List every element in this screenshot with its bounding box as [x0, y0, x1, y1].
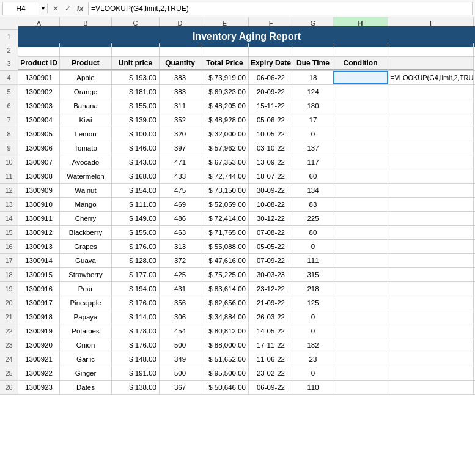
- cell-product[interactable]: Walnut: [60, 184, 112, 197]
- cell-condition[interactable]: [333, 85, 388, 99]
- table-row[interactable]: 8 1300905 Lemon $ 100.00 320 $ 32,000.00…: [0, 127, 475, 141]
- cell-expiry-date[interactable]: 30-12-22: [249, 212, 293, 225]
- cell-quantity[interactable]: 486: [160, 212, 201, 225]
- table-row[interactable]: 11 1300908 Watermelon $ 168.00 433 $ 72,…: [0, 169, 475, 184]
- cell-quantity[interactable]: 471: [160, 155, 201, 169]
- cell-due-time[interactable]: 0: [293, 310, 333, 324]
- header-product[interactable]: Product: [60, 57, 112, 70]
- cell-total-price[interactable]: $ 75,225.00: [201, 268, 249, 281]
- cell-total-price[interactable]: $ 62,656.00: [201, 296, 249, 310]
- cell-unit-price[interactable]: $ 128.00: [112, 254, 160, 267]
- table-row[interactable]: 13 1300910 Mango $ 111.00 469 $ 52,059.0…: [0, 198, 475, 212]
- cell-product-id[interactable]: 1300912: [18, 226, 60, 239]
- table-row[interactable]: 14 1300911 Cherry $ 149.00 486 $ 72,414.…: [0, 212, 475, 226]
- cell-unit-price[interactable]: $ 194.00: [112, 282, 160, 296]
- cell-condition[interactable]: [333, 310, 388, 324]
- cell-expiry-date[interactable]: 20-09-22: [249, 85, 293, 99]
- header-unit-price[interactable]: Unit price: [112, 57, 160, 70]
- cell-product[interactable]: Lemon: [60, 127, 112, 141]
- cell-expiry-date[interactable]: 13-09-22: [249, 155, 293, 169]
- cell-unit-price[interactable]: $ 168.00: [112, 169, 160, 183]
- cell-product-id[interactable]: 1300909: [18, 184, 60, 197]
- cell-total-price[interactable]: $ 88,000.00: [201, 338, 249, 352]
- cell-product-id[interactable]: 1300906: [18, 141, 60, 155]
- cell-quantity[interactable]: 383: [160, 85, 201, 99]
- cell-total-price[interactable]: $ 48,205.00: [201, 99, 249, 113]
- cell-product[interactable]: Mango: [60, 198, 112, 211]
- cell-quantity[interactable]: 356: [160, 296, 201, 310]
- cell-due-time[interactable]: 0: [293, 324, 333, 338]
- cell-due-time[interactable]: 60: [293, 169, 333, 183]
- cell-condition[interactable]: [333, 338, 388, 352]
- header-due-time[interactable]: Due Time: [293, 57, 333, 70]
- table-row[interactable]: 18 1300915 Strawberry $ 177.00 425 $ 75,…: [0, 268, 475, 282]
- cell-unit-price[interactable]: $ 155.00: [112, 99, 160, 113]
- cell-condition[interactable]: [333, 381, 388, 394]
- cell-unit-price[interactable]: $ 148.00: [112, 352, 160, 366]
- cell-total-price[interactable]: $ 48,928.00: [201, 113, 249, 127]
- cell-due-time[interactable]: 0: [293, 127, 333, 141]
- cell-product-id[interactable]: 1300921: [18, 352, 60, 366]
- cell-total-price[interactable]: $ 57,962.00: [201, 141, 249, 155]
- cell-unit-price[interactable]: $ 176.00: [112, 240, 160, 253]
- cell-condition[interactable]: [333, 254, 388, 267]
- cell-due-time[interactable]: 23: [293, 352, 333, 366]
- cell-expiry-date[interactable]: 05-06-22: [249, 113, 293, 127]
- cell-expiry-date[interactable]: 11-06-22: [249, 352, 293, 366]
- cell-product-id[interactable]: 1300923: [18, 381, 60, 394]
- table-row[interactable]: 24 1300921 Garlic $ 148.00 349 $ 51,652.…: [0, 352, 475, 366]
- cell-expiry-date[interactable]: 30-03-23: [249, 268, 293, 281]
- cell-product-id[interactable]: 1300916: [18, 282, 60, 296]
- cell-product[interactable]: Apple: [60, 71, 112, 84]
- cell-quantity[interactable]: 397: [160, 141, 201, 155]
- formula-input[interactable]: [88, 2, 473, 15]
- cell-total-price[interactable]: $ 69,323.00: [201, 85, 249, 99]
- cell-due-time[interactable]: 111: [293, 254, 333, 267]
- header-total-price[interactable]: Total Price: [201, 57, 249, 70]
- cell-unit-price[interactable]: $ 191.00: [112, 366, 160, 380]
- cell-expiry-date[interactable]: 15-11-22: [249, 99, 293, 113]
- cell-expiry-date[interactable]: 03-10-22: [249, 141, 293, 155]
- cell-product[interactable]: Ginger: [60, 366, 112, 380]
- cell-expiry-date[interactable]: 17-11-22: [249, 338, 293, 352]
- table-row[interactable]: 20 1300917 Pineapple $ 176.00 356 $ 62,6…: [0, 296, 475, 310]
- cell-quantity[interactable]: 431: [160, 282, 201, 296]
- table-row[interactable]: 22 1300919 Potatoes $ 178.00 454 $ 80,81…: [0, 324, 475, 338]
- cell-expiry-date[interactable]: 23-12-22: [249, 282, 293, 296]
- cell-condition[interactable]: [333, 198, 388, 211]
- cell-product-id[interactable]: 1300913: [18, 240, 60, 253]
- cell-total-price[interactable]: $ 80,812.00: [201, 324, 249, 338]
- cell-unit-price[interactable]: $ 181.00: [112, 85, 160, 99]
- cell-product-id[interactable]: 1300905: [18, 127, 60, 141]
- cell-condition[interactable]: [333, 282, 388, 296]
- cell-product[interactable]: Kiwi: [60, 113, 112, 127]
- cell-unit-price[interactable]: $ 193.00: [112, 71, 160, 84]
- cell-total-price[interactable]: $ 83,614.00: [201, 282, 249, 296]
- table-row[interactable]: 19 1300916 Pear $ 194.00 431 $ 83,614.00…: [0, 282, 475, 296]
- cell-due-time[interactable]: 137: [293, 141, 333, 155]
- cell-due-time[interactable]: 0: [293, 240, 333, 253]
- cell-product-id[interactable]: 1300907: [18, 155, 60, 169]
- header-expiry-date[interactable]: Expiry Date: [249, 57, 293, 70]
- cell-product[interactable]: Dates: [60, 381, 112, 394]
- cell-total-price[interactable]: $ 72,744.00: [201, 169, 249, 183]
- cell-due-time[interactable]: 0: [293, 366, 333, 380]
- cell-due-time[interactable]: 18: [293, 71, 333, 84]
- cell-expiry-date[interactable]: 05-05-22: [249, 240, 293, 253]
- cell-expiry-date[interactable]: 07-08-22: [249, 226, 293, 239]
- confirm-button[interactable]: ✓: [62, 2, 73, 15]
- cell-unit-price[interactable]: $ 176.00: [112, 296, 160, 310]
- cell-quantity[interactable]: 306: [160, 310, 201, 324]
- cell-unit-price[interactable]: $ 176.00: [112, 338, 160, 352]
- cell-product[interactable]: Papaya: [60, 310, 112, 324]
- cell-condition[interactable]: [333, 127, 388, 141]
- cell-product[interactable]: Avocado: [60, 155, 112, 169]
- cell-quantity[interactable]: 500: [160, 338, 201, 352]
- cell-total-price[interactable]: $ 72,414.00: [201, 212, 249, 225]
- cell-condition[interactable]: [333, 169, 388, 183]
- table-row[interactable]: 17 1300914 Guava $ 128.00 372 $ 47,616.0…: [0, 254, 475, 268]
- cell-expiry-date[interactable]: 10-08-22: [249, 198, 293, 211]
- cell-product-id[interactable]: 1300918: [18, 310, 60, 324]
- cell-unit-price[interactable]: $ 139.00: [112, 113, 160, 127]
- cell-product-id[interactable]: 1300908: [18, 169, 60, 183]
